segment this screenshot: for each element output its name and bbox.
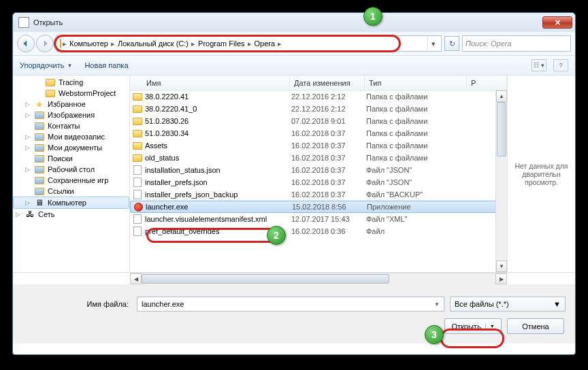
file-name: 51.0.2830.26 xyxy=(144,117,291,125)
tree-item[interactable]: ▷Изображения xyxy=(13,110,129,120)
file-name: 38.0.2220.41_0 xyxy=(144,105,291,113)
scroll-up-button[interactable]: ▲ xyxy=(496,90,507,102)
file-date: 16.02.2018 0:37 xyxy=(291,190,366,199)
file-date: 16.02.2018 0:37 xyxy=(291,178,366,186)
window-icon xyxy=(18,17,29,28)
chevron-down-icon[interactable]: ▼ xyxy=(434,301,440,307)
new-folder-button[interactable]: Новая папка xyxy=(84,61,128,69)
scroll-down-button[interactable]: ▼ xyxy=(496,260,507,272)
search-input[interactable]: Поиск: Opera xyxy=(462,35,571,52)
column-headers: Имя Дата изменения Тип Р xyxy=(130,75,507,90)
tree-item[interactable]: ▷Рабочий стол xyxy=(13,164,129,175)
file-type: Файл "BACKUP" xyxy=(366,190,468,199)
folder-icon xyxy=(131,142,144,150)
file-date: 16.02.2018 0:37 xyxy=(291,141,366,150)
file-row[interactable]: Assets16.02.2018 0:37Папка с файлами xyxy=(130,139,507,152)
file-row[interactable]: 38.0.2220.41_022.12.2016 2:12Папка с фай… xyxy=(130,103,507,115)
scroll-right-button[interactable]: ▶ xyxy=(495,273,507,284)
column-date[interactable]: Дата изменения xyxy=(290,75,365,90)
tree-item[interactable]: ▷🖥Компьютер xyxy=(13,197,129,209)
address-dropdown[interactable]: ▾ xyxy=(427,37,438,50)
chevron-down-icon: ▼ xyxy=(553,300,561,308)
preview-pane: Нет данных для дварительн просмотр. xyxy=(507,75,575,272)
cancel-button[interactable]: Отмена xyxy=(507,318,564,334)
scroll-thumb[interactable] xyxy=(142,274,389,284)
tree-item[interactable]: WebstormProject xyxy=(13,88,129,99)
file-icon xyxy=(131,226,144,236)
file-row[interactable]: launcher.exe15.02.2018 8:56Приложение xyxy=(130,201,507,213)
column-size[interactable]: Р xyxy=(467,75,507,90)
file-type: Папка с файлами xyxy=(366,129,468,137)
column-name[interactable]: Имя xyxy=(130,75,290,90)
desk-icon xyxy=(34,165,45,174)
tree-item-label: Компьютер xyxy=(48,199,86,207)
folder-icon xyxy=(45,88,56,98)
tree-item[interactable]: Поиски xyxy=(13,153,129,164)
file-type: Папка с файлами xyxy=(366,154,468,162)
forward-button[interactable] xyxy=(36,35,54,52)
tree-item[interactable]: Tracing xyxy=(13,77,129,88)
chevron-right-icon: ▸ xyxy=(61,39,68,48)
open-button[interactable]: Открыть▼ xyxy=(444,318,502,334)
file-name: launcher.visualelementsmanifest.xml xyxy=(144,215,291,223)
scroll-left-button[interactable]: ◀ xyxy=(130,273,142,284)
breadcrumb-segment[interactable]: Компьютер xyxy=(68,39,110,48)
folder-icon xyxy=(131,154,144,162)
horizontal-scrollbar[interactable]: ◀ ▶ xyxy=(130,273,507,284)
file-date: 12.07.2017 15:43 xyxy=(291,215,366,223)
breadcrumb-segment[interactable]: Локальный диск (C:) xyxy=(116,39,190,48)
file-row[interactable]: installer_prefs_json_backup16.02.2018 0:… xyxy=(130,188,507,201)
tree-item[interactable]: Сохраненные игр xyxy=(13,175,129,186)
folder-icon xyxy=(131,105,144,113)
address-bar[interactable]: ▸ Компьютер ▸ Локальный диск (C:) ▸ Prog… xyxy=(56,35,442,52)
file-icon xyxy=(131,165,144,175)
toolbar: Упорядочить▼ Новая папка ☷ ▾ ? xyxy=(13,55,575,75)
filename-label: Имя файла: xyxy=(22,300,131,308)
tree-item[interactable]: ▷Мои видеозапис xyxy=(13,131,129,142)
search-icon xyxy=(34,154,45,163)
video-icon xyxy=(34,132,45,141)
file-row[interactable]: 51.0.2830.2607.02.2018 9:01Папка с файла… xyxy=(130,115,507,127)
folder-tree[interactable]: TracingWebstormProject▷★Избранное▷Изобра… xyxy=(13,75,130,272)
breadcrumb-segment[interactable]: Program Files xyxy=(197,39,246,48)
chevron-down-icon: ▼ xyxy=(485,324,495,329)
tree-item[interactable]: Контакты xyxy=(13,120,129,131)
file-row[interactable]: 51.0.2830.3416.02.2018 0:37Папка с файла… xyxy=(130,127,507,139)
breadcrumb-segment[interactable]: Opera xyxy=(253,39,277,48)
tree-item[interactable]: ▷★Избранное xyxy=(13,99,129,110)
organize-menu[interactable]: Упорядочить▼ xyxy=(20,61,72,69)
pc-icon: 🖥 xyxy=(34,198,45,207)
close-button[interactable]: ✕ xyxy=(542,16,572,29)
file-row[interactable]: installation_status.json16.02.2018 0:37Ф… xyxy=(130,164,507,176)
tree-item[interactable]: ▷Мои документы xyxy=(13,142,129,153)
file-row[interactable]: pref_default_overrides16.02.2018 0:36Фай… xyxy=(130,225,507,237)
file-type: Приложение xyxy=(367,203,469,211)
doc-icon xyxy=(34,143,45,152)
file-icon xyxy=(131,214,144,224)
tree-item-label: WebstormProject xyxy=(59,89,116,97)
dialog-footer: Имя файла: launcher.exe▼ Все файлы (*.*)… xyxy=(13,284,575,343)
view-options-button[interactable]: ☷ ▾ xyxy=(532,59,546,71)
file-row[interactable]: launcher.visualelementsmanifest.xml12.07… xyxy=(130,213,507,225)
scroll-thumb[interactable] xyxy=(497,102,506,156)
folder-icon xyxy=(45,78,56,87)
refresh-button[interactable]: ↻ xyxy=(444,36,459,51)
file-name: installation_status.json xyxy=(144,166,291,174)
column-type[interactable]: Тип xyxy=(365,75,467,90)
tree-item-label: Ссылки xyxy=(48,187,74,195)
net-icon: 🖧 xyxy=(24,209,35,219)
file-date: 15.02.2018 8:56 xyxy=(292,203,367,211)
file-row[interactable]: installer_prefs.json16.02.2018 0:37Файл … xyxy=(130,176,507,188)
tree-item[interactable]: ▷🖧Сеть xyxy=(13,209,129,220)
file-type-filter[interactable]: Все файлы (*.*)▼ xyxy=(450,297,566,312)
file-row[interactable]: old_status16.02.2018 0:37Папка с файлами xyxy=(130,152,507,164)
back-button[interactable] xyxy=(17,35,35,52)
vertical-scrollbar[interactable]: ▲ ▼ xyxy=(495,90,507,272)
folder-icon xyxy=(131,130,144,137)
filename-input[interactable]: launcher.exe▼ xyxy=(137,297,444,312)
tree-item[interactable]: Ссылки xyxy=(13,186,129,197)
file-name: 51.0.2830.34 xyxy=(144,129,291,137)
file-name: 38.0.2220.41 xyxy=(144,92,291,101)
help-button[interactable]: ? xyxy=(553,59,568,71)
file-row[interactable]: 38.0.2220.4122.12.2016 2:12Папка с файла… xyxy=(130,90,507,103)
